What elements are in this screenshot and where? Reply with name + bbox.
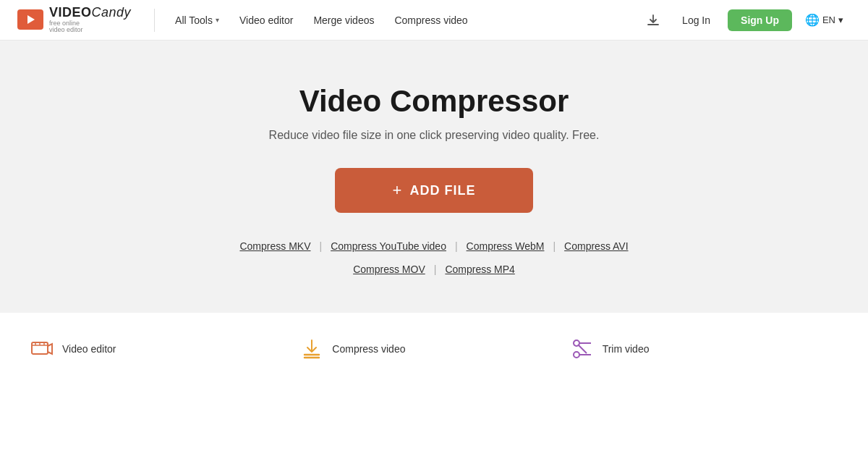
brand-subtitle: free online video editor — [49, 20, 131, 35]
compress-video-label: Compress video — [332, 343, 405, 355]
hero-section: Video Compressor Reduce video file size … — [0, 41, 868, 313]
all-tools-link[interactable]: All Tools ▾ — [166, 10, 228, 30]
hero-subtitle: Reduce video file size in one click pres… — [17, 129, 851, 142]
compress-youtube-link[interactable]: Compress YouTube video — [325, 239, 452, 253]
brand-name: VIDEOCandy — [49, 6, 131, 20]
trim-video-icon — [569, 336, 595, 362]
plus-icon: + — [393, 181, 403, 200]
navbar: VIDEOCandy free online video editor All … — [0, 0, 868, 41]
nav-links: All Tools ▾ Video editor Merge videos Co… — [166, 10, 642, 30]
compress-row-1: Compress MKV | Compress YouTube video | … — [234, 239, 634, 253]
logo-icon — [17, 9, 43, 30]
download-icon[interactable] — [642, 9, 665, 32]
globe-icon: 🌐 — [805, 13, 820, 27]
compress-video-icon — [299, 336, 325, 362]
video-editor-icon — [29, 336, 55, 362]
language-selector[interactable]: 🌐 EN ▾ — [798, 9, 851, 31]
page-title: Video Compressor — [17, 84, 851, 119]
tools-section: Video editor Compress video Trim video — [0, 313, 868, 385]
nav-divider — [154, 9, 155, 32]
chevron-down-icon: ▾ — [838, 14, 843, 25]
signup-button[interactable]: Sign Up — [728, 9, 792, 31]
compress-video-link[interactable]: Compress video — [386, 10, 476, 30]
tool-compress-video[interactable]: Compress video — [299, 336, 569, 362]
login-button[interactable]: Log In — [671, 10, 722, 30]
svg-line-11 — [578, 345, 587, 353]
svg-point-7 — [574, 352, 579, 358]
compress-row-2: Compress MOV | Compress MP4 — [347, 262, 521, 277]
add-file-button[interactable]: + ADD FILE — [335, 168, 534, 213]
tool-video-editor[interactable]: Video editor — [29, 336, 299, 362]
compress-links: Compress MKV | Compress YouTube video | … — [17, 239, 851, 277]
compress-mp4-link[interactable]: Compress MP4 — [439, 262, 520, 277]
video-editor-link[interactable]: Video editor — [231, 10, 302, 30]
tool-trim-video[interactable]: Trim video — [569, 336, 839, 362]
nav-actions: Log In Sign Up 🌐 EN ▾ — [642, 9, 851, 32]
merge-videos-link[interactable]: Merge videos — [305, 10, 383, 30]
trim-video-label: Trim video — [603, 343, 650, 355]
video-editor-label: Video editor — [62, 343, 116, 355]
chevron-down-icon: ▾ — [216, 16, 219, 24]
logo[interactable]: VIDEOCandy free online video editor — [17, 6, 131, 35]
compress-mkv-link[interactable]: Compress MKV — [234, 239, 316, 253]
logo-text: VIDEOCandy free online video editor — [49, 6, 131, 35]
compress-mov-link[interactable]: Compress MOV — [347, 262, 431, 277]
compress-avi-link[interactable]: Compress AVI — [558, 239, 634, 253]
compress-webm-link[interactable]: Compress WebM — [461, 239, 550, 253]
